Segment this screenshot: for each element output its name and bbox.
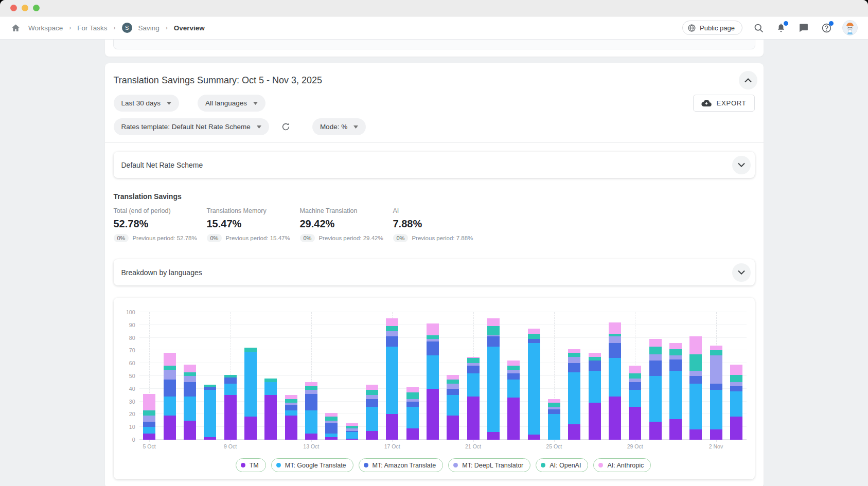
bar-segment[interactable]	[649, 339, 662, 347]
bar-segment[interactable]	[447, 389, 459, 395]
bar-segment[interactable]	[710, 346, 722, 351]
bar-segment[interactable]	[507, 398, 520, 440]
bar-segment[interactable]	[285, 405, 297, 410]
chat-icon[interactable]	[797, 21, 810, 34]
bar-segment[interactable]	[305, 434, 317, 440]
bar-segment[interactable]	[507, 373, 520, 380]
bar-segment[interactable]	[609, 336, 621, 343]
legend-item[interactable]: MT: DeepL Translator	[448, 458, 530, 472]
stacked-bar-15-oct[interactable]	[346, 423, 358, 440]
stacked-bar-3-nov[interactable]	[730, 365, 742, 440]
bar-segment[interactable]	[689, 354, 702, 371]
bar-segment[interactable]	[325, 417, 338, 420]
bar-segment[interactable]	[164, 380, 176, 396]
breakdown-languages-panel[interactable]: Breakdown by languages	[114, 259, 755, 285]
stacked-bar-20-oct[interactable]	[447, 375, 459, 440]
public-page-button[interactable]: Public page	[682, 21, 742, 35]
bar-segment[interactable]	[730, 417, 742, 440]
bar-segment[interactable]	[710, 390, 722, 429]
bar-segment[interactable]	[710, 350, 722, 355]
bar-segment[interactable]	[184, 376, 196, 382]
bar-segment[interactable]	[184, 421, 196, 440]
bar-segment[interactable]	[669, 343, 682, 349]
window-zoom-button[interactable]	[33, 5, 40, 11]
bar-segment[interactable]	[487, 326, 500, 335]
page-scroll-area[interactable]: Translation Savings Summary: Oct 5 - Nov…	[0, 40, 868, 486]
stacked-bar-1-nov[interactable]	[689, 336, 702, 440]
bar-segment[interactable]	[467, 373, 480, 397]
stacked-bar-26-oct[interactable]	[568, 349, 580, 440]
bar-segment[interactable]	[305, 386, 317, 390]
bar-segment[interactable]	[447, 384, 459, 389]
stacked-bar-17-oct[interactable]	[386, 318, 398, 440]
help-icon[interactable]	[820, 21, 833, 34]
bar-segment[interactable]	[589, 361, 601, 371]
bar-segment[interactable]	[528, 343, 540, 435]
bar-segment[interactable]	[143, 416, 155, 422]
bar-segment[interactable]	[689, 371, 702, 376]
stacked-bar-5-oct[interactable]	[143, 394, 155, 440]
bar-segment[interactable]	[487, 347, 500, 432]
bar-segment[interactable]	[427, 341, 439, 355]
bar-segment[interactable]	[487, 336, 500, 347]
bar-segment[interactable]	[467, 366, 480, 373]
bar-segment[interactable]	[609, 343, 621, 358]
stacked-bar-25-oct[interactable]	[548, 399, 560, 440]
stacked-bar-30-oct[interactable]	[649, 339, 662, 440]
bar-segment[interactable]	[366, 395, 378, 399]
bar-segment[interactable]	[386, 347, 398, 414]
bar-segment[interactable]	[629, 407, 641, 440]
bar-segment[interactable]	[568, 353, 580, 356]
stacked-bar-2-nov[interactable]	[710, 346, 722, 440]
bar-segment[interactable]	[548, 409, 560, 415]
bar-segment[interactable]	[589, 353, 601, 356]
stacked-bar-24-oct[interactable]	[528, 329, 540, 440]
bar-segment[interactable]	[386, 326, 398, 331]
bar-segment[interactable]	[669, 359, 682, 371]
stacked-bar-23-oct[interactable]	[507, 361, 520, 440]
stacked-bar-14-oct[interactable]	[325, 413, 338, 440]
bar-segment[interactable]	[224, 395, 237, 440]
bar-segment[interactable]	[447, 375, 459, 380]
bar-segment[interactable]	[264, 379, 277, 382]
bar-segment[interactable]	[669, 371, 682, 419]
stacked-bar-11-oct[interactable]	[264, 379, 277, 440]
legend-item[interactable]: TM	[236, 458, 266, 472]
mode-dropdown[interactable]: Mode: %	[312, 118, 366, 135]
bar-segment[interactable]	[184, 382, 196, 396]
bar-segment[interactable]	[710, 355, 722, 384]
expand-rate-scheme-button[interactable]	[732, 156, 751, 174]
bar-segment[interactable]	[629, 379, 641, 382]
bar-segment[interactable]	[568, 357, 580, 363]
bar-segment[interactable]	[629, 373, 641, 379]
window-close-button[interactable]	[10, 5, 17, 11]
bar-segment[interactable]	[467, 358, 480, 363]
bar-segment[interactable]	[447, 395, 459, 416]
bar-segment[interactable]	[143, 427, 155, 433]
breadcrumb-for-tasks[interactable]: For Tasks	[77, 24, 107, 32]
stacked-bar-16-oct[interactable]	[366, 385, 378, 440]
bar-segment[interactable]	[406, 407, 419, 428]
bar-segment[interactable]	[649, 361, 662, 376]
stacked-bar-13-oct[interactable]	[305, 382, 317, 440]
bar-segment[interactable]	[386, 318, 398, 326]
expand-breakdown-button[interactable]	[732, 263, 751, 282]
bar-segment[interactable]	[264, 382, 277, 395]
bar-segment[interactable]	[164, 366, 176, 369]
bar-segment[interactable]	[730, 375, 742, 383]
home-icon[interactable]	[9, 21, 22, 34]
rates-template-dropdown[interactable]: Rates template: Default Net Rate Scheme	[114, 118, 269, 135]
bar-segment[interactable]	[164, 353, 176, 366]
search-icon[interactable]	[752, 21, 765, 34]
bar-segment[interactable]	[507, 370, 520, 373]
bar-segment[interactable]	[609, 358, 621, 396]
bar-segment[interactable]	[406, 387, 419, 392]
bar-segment[interactable]	[507, 380, 520, 398]
export-button[interactable]: EXPORT	[693, 95, 754, 112]
bar-segment[interactable]	[366, 385, 378, 390]
bar-segment[interactable]	[224, 384, 237, 395]
bar-segment[interactable]	[629, 382, 641, 390]
bar-segment[interactable]	[730, 386, 742, 391]
bar-segment[interactable]	[366, 431, 378, 440]
refresh-button[interactable]	[278, 119, 294, 135]
